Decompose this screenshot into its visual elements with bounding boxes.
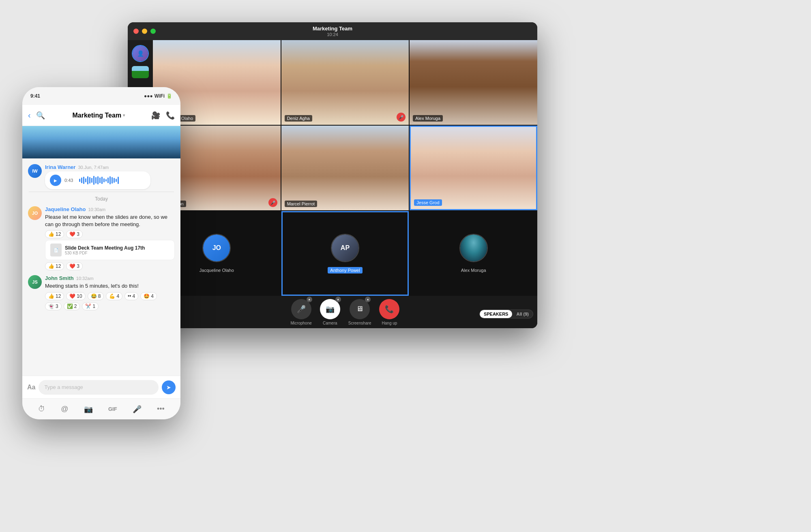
reaction-john-heart[interactable]: ❤️10 — [66, 292, 85, 300]
mobile-title: Marketing Team ▾ — [50, 112, 147, 119]
camera-button[interactable]: 📷 ▲ — [320, 299, 340, 319]
chat-banner — [22, 126, 180, 158]
video-cell-alex-moruga: Alex Moruga — [410, 40, 537, 125]
screenshare-control[interactable]: 🖥 ▲ Screenshare — [348, 299, 371, 325]
traffic-lights — [133, 29, 156, 34]
sender-irina: Irina Warner — [45, 164, 75, 170]
mention-button[interactable]: @ — [61, 405, 68, 413]
title-bar: Marketing Team 10:24 — [128, 22, 537, 40]
camera-toolbar-button[interactable]: 📷 — [84, 405, 93, 414]
speakers-badge[interactable]: SPEAKERS All (9) — [479, 310, 533, 318]
video-cell-anthony: AP Anthony Powel — [281, 211, 409, 296]
sidebar-avatar-1[interactable]: 👤 — [132, 45, 149, 62]
name-tag-alex2: Alex Moruga — [459, 267, 489, 273]
gif-button[interactable]: GIF — [108, 406, 117, 412]
mobile-header: ‹ 🔍 Marketing Team ▾ 🎥 📞 — [22, 105, 180, 126]
traffic-light-yellow[interactable] — [142, 29, 147, 34]
screenshare-chevron: ▲ — [365, 297, 371, 302]
mobile-header-icons: 🎥 📞 — [151, 111, 175, 120]
hangup-label: Hang up — [382, 321, 397, 325]
avatar-jacqueline2: JO — [202, 234, 231, 262]
file-name: Slide Deck Team Meeting Aug 17th — [65, 245, 169, 251]
microphone-chevron: ▲ — [307, 297, 312, 302]
voice-duration: 0:43 — [64, 178, 76, 183]
reaction-heart-1[interactable]: ❤️3 — [66, 230, 83, 238]
control-bar: 🎤 ▲ Microphone 📷 ▲ Camera 🖥 ▲ Screenshar… — [153, 296, 537, 328]
phone-call-icon[interactable]: 📞 — [166, 111, 175, 120]
today-divider: Today — [29, 192, 174, 204]
reaction-john-muscle[interactable]: 💪4 — [106, 292, 122, 300]
screenshare-label: Screenshare — [348, 321, 371, 325]
reaction-john-ghost[interactable]: 👻3 — [45, 302, 62, 310]
name-tag-marcel: Marcel Pierrot — [285, 201, 317, 207]
video-cell-alex2: Alex Moruga — [410, 211, 537, 296]
video-call-icon[interactable]: 🎥 — [151, 111, 160, 120]
reactions-jaqueline-1: 👍12 ❤️3 — [45, 230, 175, 238]
reaction-john-laugh[interactable]: 😂8 — [88, 292, 104, 300]
camera-control[interactable]: 📷 ▲ Camera — [320, 299, 340, 325]
window-title: Marketing Team — [313, 26, 352, 32]
all-label[interactable]: All (9) — [512, 310, 533, 318]
reactions-john-2: 👻3 ✅2 ✂️1 — [45, 302, 175, 310]
avatar-john: JS — [28, 275, 42, 289]
waveform — [79, 175, 146, 185]
mobile-chat[interactable]: IW Irina Warner 30.Jun, 7:47am ▶ 0:43 — [22, 126, 180, 376]
more-button[interactable]: ••• — [157, 405, 165, 413]
file-attachment[interactable]: 📄 Slide Deck Team Meeting Aug 17th 530 K… — [45, 240, 175, 260]
mic-toolbar-button[interactable]: 🎤 — [133, 405, 142, 414]
microphone-button[interactable]: 🎤 ▲ — [291, 299, 311, 319]
avatar-jaqueline: JO — [28, 206, 42, 220]
mobile-time: 9:41 — [30, 93, 40, 99]
time-john: 10:32am — [76, 276, 94, 281]
screenshare-button[interactable]: 🖥 ▲ — [350, 299, 370, 319]
name-tag-jesse: Jesse Grod — [414, 199, 442, 206]
traffic-light-green[interactable] — [150, 29, 156, 34]
mobile-status-bar: 9:41 ●●● WiFi 🔋 — [22, 87, 180, 105]
microphone-control[interactable]: 🎤 ▲ Microphone — [291, 299, 312, 325]
message-input[interactable]: Type a message — [39, 380, 159, 395]
microphone-label: Microphone — [291, 321, 312, 325]
reaction-john-thumbsup[interactable]: 👍12 — [45, 292, 64, 300]
speakers-label[interactable]: SPEAKERS — [480, 310, 513, 318]
reaction-heart-2[interactable]: ❤️3 — [66, 262, 83, 270]
reaction-john-star[interactable]: 🤩4 — [140, 292, 157, 300]
sidebar-landscape[interactable] — [132, 66, 149, 78]
avatar-irina: IW — [28, 164, 42, 178]
mute-icon-kim: 🎤 — [268, 198, 277, 207]
hangup-button[interactable]: 📞 — [379, 299, 399, 319]
name-tag-anthony: Anthony Powel — [328, 267, 362, 273]
mobile-app: 9:41 ●●● WiFi 🔋 ‹ 🔍 Marketing Team ▾ 🎥 📞 — [22, 87, 180, 419]
mobile-toolbar: ⏱ @ 📷 GIF 🎤 ••• — [22, 398, 180, 419]
video-cell-marcel: Marcel Pierrot — [281, 126, 409, 210]
back-button[interactable]: ‹ — [28, 111, 31, 120]
name-tag-alex-moruga: Alex Moruga — [413, 115, 443, 122]
message-john: JS John Smith 10:32am Meeting starts in … — [22, 273, 180, 312]
traffic-light-red[interactable] — [133, 29, 139, 34]
send-button[interactable]: ➤ — [162, 380, 176, 394]
play-button[interactable]: ▶ — [50, 175, 61, 186]
text-jaqueline: Please let me know when the slides are d… — [45, 214, 175, 228]
timer-button[interactable]: ⏱ — [38, 405, 45, 413]
voice-message[interactable]: ▶ 0:43 — [45, 171, 150, 189]
status-icons: ●●● WiFi 🔋 — [144, 93, 172, 99]
reaction-john-scissors[interactable]: ✂️1 — [82, 302, 99, 310]
sender-jaqueline: Jaqueline Olaho — [45, 206, 86, 212]
avatar-alex2 — [459, 234, 488, 262]
reaction-thumbsup-1[interactable]: 👍12 — [45, 230, 64, 238]
time-irina: 30.Jun, 7:47am — [78, 165, 109, 170]
video-grid: Jacqueline Olaho 🎤 Deniz Agha Alex Morug… — [153, 40, 537, 296]
video-cell-deniz: 🎤 Deniz Agha — [281, 40, 409, 125]
window-time: 10:24 — [313, 32, 352, 37]
reaction-john-check[interactable]: ✅2 — [64, 302, 80, 310]
hangup-control[interactable]: 📞 Hang up — [379, 299, 399, 325]
video-cell-jesse: Jesse Grod — [410, 126, 537, 210]
reaction-thumbsup-2[interactable]: 👍12 — [45, 262, 64, 270]
font-button[interactable]: Aa — [27, 384, 35, 391]
mobile-input-bar: Aa Type a message ➤ — [22, 376, 180, 398]
reactions-jaqueline-2: 👍12 ❤️3 — [45, 262, 175, 270]
avatar-anthony: AP — [331, 234, 359, 262]
search-button[interactable]: 🔍 — [35, 110, 46, 121]
reactions-john-1: 👍12 ❤️10 😂8 💪4 ••4 🤩4 — [45, 292, 175, 300]
input-placeholder: Type a message — [44, 384, 83, 390]
reaction-john-more[interactable]: ••4 — [124, 292, 138, 300]
